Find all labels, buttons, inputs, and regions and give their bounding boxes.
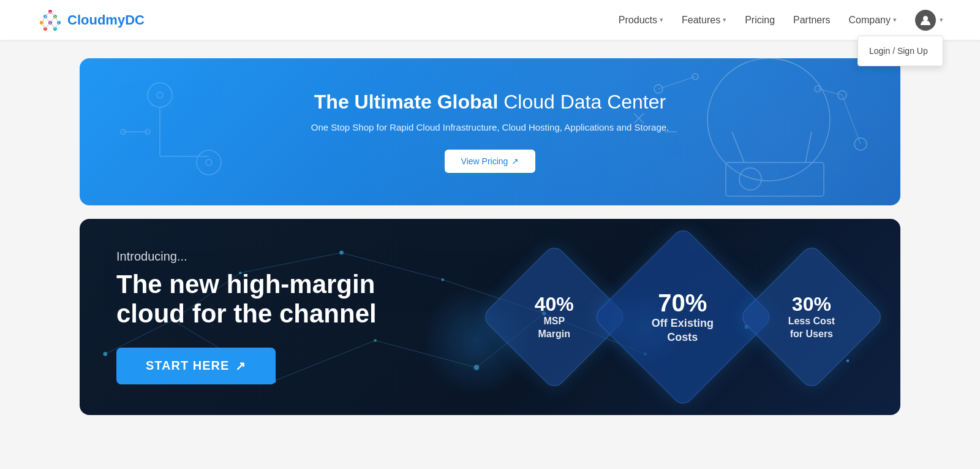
svg-line-13 xyxy=(55,17,59,23)
avatar[interactable] xyxy=(915,10,936,31)
svg-point-28 xyxy=(707,58,830,181)
start-arrow-icon: ↗ xyxy=(235,359,246,373)
svg-line-14 xyxy=(42,23,45,29)
start-here-button[interactable]: START HERE ↗ xyxy=(116,348,276,384)
svg-point-22 xyxy=(206,159,212,166)
user-dropdown: Login / Sign Up xyxy=(858,36,943,66)
svg-point-43 xyxy=(815,86,821,92)
nav-links: Products ▾ Features ▾ Pricing Partners C… xyxy=(619,10,943,31)
logo[interactable]: CloudmyDC xyxy=(37,7,145,34)
products-chevron-icon: ▾ xyxy=(660,16,663,24)
diamond-users-inner: 30% Less Costfor Users xyxy=(782,287,841,346)
diamond-users-value: 30% xyxy=(788,293,835,315)
hero-banner: The Ultimate Global Cloud Data Center On… xyxy=(80,58,900,205)
svg-point-34 xyxy=(692,74,698,80)
diamond-costs-value: 70% xyxy=(652,289,714,316)
svg-line-12 xyxy=(50,17,55,23)
nav-features[interactable]: Features ▾ xyxy=(682,15,726,26)
svg-point-20 xyxy=(157,92,163,98)
svg-line-16 xyxy=(50,23,55,29)
nav-pricing[interactable]: Pricing xyxy=(745,15,775,26)
svg-rect-29 xyxy=(726,162,824,196)
svg-line-32 xyxy=(805,132,812,162)
promo-banner: Introducing... The new high-margin cloud… xyxy=(80,219,900,415)
navbar: CloudmyDC Products ▾ Features ▾ Pricing … xyxy=(0,0,980,40)
logo-icon xyxy=(37,7,64,34)
diamond-costs-label: Off ExistingCosts xyxy=(652,316,714,345)
diamond-msp-label: MSPMargin xyxy=(535,315,574,341)
user-chevron-icon: ▾ xyxy=(940,16,943,24)
svg-line-31 xyxy=(732,132,744,162)
svg-point-44 xyxy=(104,352,108,356)
svg-point-36 xyxy=(854,138,867,150)
svg-point-30 xyxy=(739,168,761,190)
svg-line-42 xyxy=(818,89,842,95)
diamond-msp-value: 40% xyxy=(535,293,574,315)
promo-diamonds: 40% MSPMargin 70% Off ExistingCosts 30% … xyxy=(502,253,864,381)
features-chevron-icon: ▾ xyxy=(723,16,726,24)
svg-point-27 xyxy=(145,129,150,134)
main-content: The Ultimate Global Cloud Data Center On… xyxy=(0,40,980,433)
promo-headline: The new high-margin cloud for the channe… xyxy=(116,270,466,329)
user-menu[interactable]: ▾ xyxy=(915,10,943,31)
svg-point-26 xyxy=(121,129,126,134)
svg-point-18 xyxy=(923,16,928,21)
promo-intro: Introducing... xyxy=(116,250,466,264)
svg-line-40 xyxy=(658,77,695,89)
company-chevron-icon: ▾ xyxy=(893,16,897,24)
nav-products[interactable]: Products ▾ xyxy=(619,15,663,26)
view-pricing-button[interactable]: View Pricing ↗ xyxy=(445,150,536,173)
svg-point-35 xyxy=(838,91,846,99)
svg-line-8 xyxy=(45,12,50,17)
svg-line-11 xyxy=(45,17,50,23)
diamond-costs-inner: 70% Off ExistingCosts xyxy=(646,283,720,351)
svg-line-9 xyxy=(50,12,55,17)
hero-left-decor xyxy=(80,58,326,205)
logo-text: CloudmyDC xyxy=(67,12,145,28)
nav-company[interactable]: Company ▾ xyxy=(849,15,897,26)
svg-line-15 xyxy=(45,23,50,29)
nav-partners[interactable]: Partners xyxy=(793,15,830,26)
login-signup-item[interactable]: Login / Sign Up xyxy=(858,40,943,62)
svg-line-41 xyxy=(842,95,861,144)
promo-left: Introducing... The new high-margin cloud… xyxy=(116,250,466,384)
arrow-icon: ↗ xyxy=(511,156,519,166)
svg-point-21 xyxy=(197,150,221,175)
svg-point-48 xyxy=(474,365,480,370)
svg-point-19 xyxy=(148,83,172,107)
user-icon xyxy=(919,14,932,26)
diamond-users-label: Less Costfor Users xyxy=(788,315,835,341)
svg-line-17 xyxy=(55,23,59,29)
hero-title: The Ultimate Global Cloud Data Center xyxy=(314,91,666,113)
svg-line-10 xyxy=(42,17,45,23)
diamond-msp-inner: 40% MSPMargin xyxy=(529,287,580,346)
diamond-users: 30% Less Costfor Users xyxy=(738,243,885,391)
hero-subtitle: One Stop Shop for Rapid Cloud Infrastruc… xyxy=(311,122,669,132)
